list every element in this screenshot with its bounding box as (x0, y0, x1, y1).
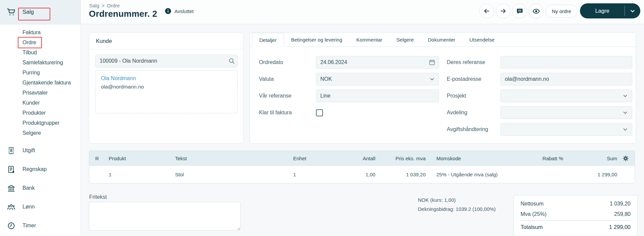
sidebar-item-purring[interactable]: Purring (0, 68, 80, 78)
sidebar-item-utgift[interactable]: Utgift (0, 141, 80, 160)
total-sum-label: Totalsum (521, 224, 543, 230)
customer-name-link[interactable]: Ola Nordmann (101, 75, 232, 81)
chevron-down-icon (622, 126, 629, 133)
customer-email: ola@nordmann.no (101, 84, 232, 90)
sidebar-item-gjentakende-faktura[interactable]: Gjentakende faktura (0, 78, 80, 88)
sales-submenu: Faktura Ordre Tilbud Samlefakturering Pu… (0, 27, 80, 138)
order-date-field[interactable]: 24.06.2024 (316, 56, 439, 69)
breadcrumb-salg[interactable]: Salg (89, 3, 99, 8)
total-sum-value: 1 299,00 (609, 224, 631, 230)
department-select[interactable] (500, 106, 632, 119)
tab-dokumenter[interactable]: Dokumenter (421, 33, 463, 47)
tab-selgere[interactable]: Selgere (389, 33, 421, 47)
column-header-antall: Antall (338, 156, 381, 161)
sidebar-item-bank-label: Bank (22, 185, 35, 191)
contribution-margin-note: Dekningsbidrag: 1039.2 (100,00%) (418, 204, 496, 214)
chevron-down-icon (622, 109, 629, 116)
free-text-area[interactable] (89, 202, 240, 231)
sidebar-item-bank[interactable]: Bank (0, 179, 80, 197)
page-title: Ordrenummer. 2 (89, 9, 157, 19)
sidebar: Salg Faktura Ordre Tilbud Samlefaktureri… (0, 0, 81, 236)
status-label: Avsluttet (174, 8, 194, 14)
chevron-down-icon (429, 76, 435, 82)
column-header-momskode: Momskode (431, 156, 515, 161)
order-lines-table: R Produkt Tekst Enhet Antall Pris eks. m… (89, 151, 635, 183)
sidebar-item-tilbud[interactable]: Tilbud (0, 48, 80, 58)
cell-produkt: 1 (103, 172, 170, 177)
sidebar-item-lonn[interactable]: Lønn (0, 197, 80, 216)
vat-handling-label: Avgiftshåndtering (447, 126, 500, 132)
customer-search-input[interactable] (95, 55, 238, 67)
eye-icon (532, 7, 540, 15)
currency-notes: NOK (kurs: 1,00) Dekningsbidrag: 1039.2 … (418, 195, 496, 214)
main-content: Salg > Ordre Ordrenummer. 2 Avsluttet (81, 0, 644, 236)
order-page: { "colors": { "accent": "#0d3c46", "anno… (0, 0, 644, 236)
receipt-icon (7, 146, 15, 155)
sidebar-item-produktgrupper[interactable]: Produktgrupper (0, 118, 80, 128)
new-order-button[interactable]: Ny ordre (545, 5, 578, 17)
net-sum-value: 1 039,20 (610, 201, 631, 207)
sidebar-modules: Utgift Regnskap Bank (0, 141, 80, 235)
sidebar-item-utgift-label: Utgift (22, 148, 35, 154)
sidebar-item-selgere[interactable]: Selgere (0, 128, 80, 138)
breadcrumb-ordre[interactable]: Ordre (107, 3, 120, 8)
our-reference-input[interactable] (316, 90, 439, 102)
status-badge: Avsluttet (165, 8, 194, 14)
forward-arrow-icon (499, 7, 507, 15)
cart-icon (7, 8, 16, 16)
vat-handling-select[interactable] (500, 123, 632, 136)
sidebar-section-salg[interactable]: Salg (0, 0, 80, 24)
ledger-icon (7, 165, 15, 174)
sidebar-item-samlefakturering[interactable]: Samlefakturering (0, 58, 80, 68)
customer-panel-title: Kunde (89, 33, 243, 49)
table-row[interactable]: 1 Stol 1 1,00 1 039,20 25% - Utgående mv… (89, 166, 635, 183)
sidebar-item-timer[interactable]: Timer (0, 216, 80, 235)
sidebar-item-regnskap[interactable]: Regnskap (0, 160, 80, 179)
save-button[interactable]: Lagre (580, 3, 640, 18)
details-form-right-column: Deres referanse E-postadresse Prosjekt A… (447, 54, 635, 138)
our-reference-label: Vår referanse (259, 93, 316, 99)
preview-button[interactable] (529, 4, 543, 18)
column-header-pris-eks-mva: Pris eks. mva (381, 156, 431, 161)
currency-label: Valuta (259, 76, 316, 82)
search-icon[interactable] (228, 58, 235, 64)
column-header-tekst: Tekst (170, 156, 288, 161)
cell-pris-eks-mva: 1 039,20 (381, 172, 431, 177)
net-sum-label: Nettosum (521, 201, 543, 207)
tab-betingelser-og-levering[interactable]: Betingelser og levering (284, 33, 350, 47)
cell-tekst: Stol (170, 172, 288, 177)
comment-button[interactable] (512, 4, 527, 18)
project-select[interactable] (500, 90, 632, 102)
sidebar-item-ordre[interactable]: Ordre (0, 38, 80, 48)
chat-icon (516, 8, 523, 15)
tab-detaljer[interactable]: Detaljer (252, 33, 284, 47)
column-header-enhet: Enhet (288, 156, 338, 161)
email-field[interactable] (500, 73, 632, 85)
table-settings-button[interactable] (623, 155, 635, 162)
currency-select[interactable]: NOK (316, 73, 439, 85)
column-header-sum: Sum (569, 156, 623, 161)
tab-utsendelse[interactable]: Utsendelse (462, 33, 501, 47)
sidebar-item-produkter[interactable]: Produkter (0, 108, 80, 118)
totals-box: Nettosum 1 039,20 Mva (25%) 259,80 Total… (514, 195, 638, 236)
save-dropdown-button[interactable] (625, 3, 640, 18)
sidebar-item-faktura[interactable]: Faktura (0, 27, 80, 38)
free-text-label: Fritekst (89, 194, 107, 200)
their-reference-input[interactable] (500, 56, 632, 69)
sidebar-item-regnskap-label: Regnskap (22, 166, 47, 172)
calendar-icon[interactable] (429, 59, 435, 66)
sidebar-item-kunder[interactable]: Kunder (0, 98, 80, 108)
details-form-left-column: Ordredato 24.06.2024 Valuta NOK (259, 54, 442, 121)
tab-kommentar[interactable]: Kommentar (349, 33, 389, 47)
currency-value: NOK (320, 76, 332, 82)
ready-to-invoice-checkbox[interactable] (316, 109, 323, 116)
save-button-label[interactable]: Lagre (580, 3, 625, 18)
previous-order-button[interactable] (479, 4, 494, 18)
sidebar-item-prisavtaler[interactable]: Prisavtaler (0, 88, 80, 98)
info-icon (165, 8, 171, 14)
next-order-button[interactable] (496, 4, 511, 18)
details-tabs: Detaljer Betingelser og levering Komment… (250, 33, 636, 47)
order-date-label: Ordredato (259, 59, 316, 65)
cell-enhet: 1 (288, 172, 338, 177)
column-header-rabatt: Rabatt % (515, 156, 569, 161)
